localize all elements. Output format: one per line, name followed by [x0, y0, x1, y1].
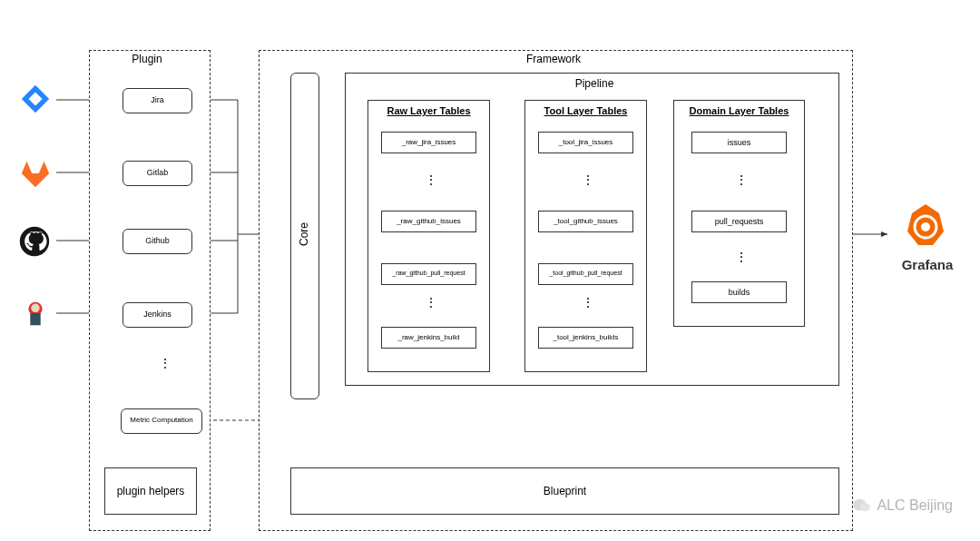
svg-rect-16 — [30, 313, 40, 325]
domain-item-0-label: issues — [691, 138, 787, 147]
plugin-github-label: Github — [122, 236, 192, 245]
tool-item-1-label: _tool_github_issues — [538, 217, 633, 225]
domain-dots-0: ⋮ — [735, 172, 750, 187]
plugin-ellipsis: ⋮ — [159, 356, 173, 370]
raw-item-2-label: _raw_github_pull_request — [381, 270, 476, 276]
plugin-gitlab-label: Gitlab — [122, 168, 192, 177]
plugin-container — [89, 50, 211, 531]
raw-item-3-label: _raw_jenkins_build — [381, 333, 476, 341]
plugin-helpers-label: plugin helpers — [104, 485, 197, 497]
svg-point-17 — [31, 304, 40, 313]
jira-icon — [18, 82, 53, 120]
plugin-jira-label: Jira — [122, 95, 192, 104]
jenkins-icon — [18, 296, 53, 334]
svg-point-19 — [921, 222, 930, 231]
wechat-icon — [852, 497, 872, 514]
svg-point-21 — [861, 503, 871, 511]
pipeline-title: Pipeline — [544, 77, 644, 90]
raw-dots-1: ⋮ — [425, 295, 439, 310]
domain-item-1-label: pull_requests — [691, 217, 787, 226]
tool-dots-1: ⋮ — [582, 295, 596, 310]
domain-layer-title: Domain Layer Tables — [673, 105, 805, 116]
gitlab-icon — [18, 156, 53, 194]
tool-item-3-label: _tool_jenkins_builds — [538, 333, 633, 341]
raw-item-1-label: _raw_github_issues — [381, 217, 476, 225]
grafana-icon — [898, 200, 953, 258]
tool-item-2-label: _tool_github_pull_request — [538, 270, 633, 276]
domain-item-2-label: builds — [691, 288, 787, 297]
plugin-title: Plugin — [111, 53, 183, 65]
github-icon — [18, 225, 51, 261]
raw-dots-0: ⋮ — [425, 172, 439, 187]
plugin-jenkins-label: Jenkins — [122, 310, 192, 319]
raw-item-0-label: _raw_jira_issues — [381, 138, 476, 146]
core-label: Core — [298, 222, 310, 246]
tool-item-0-label: _tool_jira_issues — [538, 138, 633, 146]
blueprint-label: Blueprint — [290, 485, 839, 497]
tool-dots-0: ⋮ — [582, 172, 596, 187]
grafana-label: Grafana — [891, 257, 964, 272]
tool-layer-title: Tool Layer Tables — [524, 105, 647, 116]
watermark: ALC Beijing — [852, 497, 953, 514]
framework-title: Framework — [499, 53, 608, 65]
watermark-text: ALC Beijing — [877, 497, 953, 514]
raw-layer-title: Raw Layer Tables — [368, 105, 490, 116]
domain-dots-1: ⋮ — [735, 250, 750, 264]
metric-computation-label: Metric Computation — [121, 416, 202, 424]
